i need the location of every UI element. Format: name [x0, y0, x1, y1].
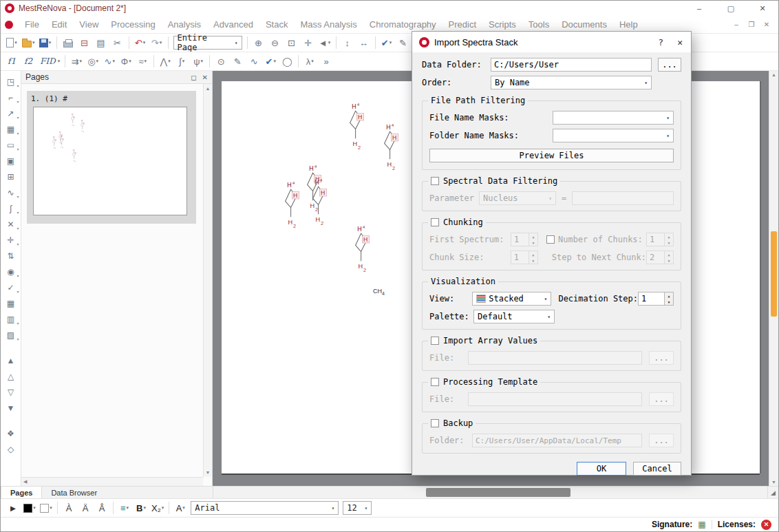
processing-template-browse-button[interactable]: ...: [649, 392, 674, 406]
select-cursor-icon[interactable]: ►: [6, 500, 21, 515]
more-row2-chevron[interactable]: »: [319, 54, 334, 69]
peak-picking-icon[interactable]: ⋀▾: [158, 54, 173, 69]
molecule-tool-icon[interactable]: ❖: [2, 425, 20, 441]
chunking-checkbox[interactable]: [431, 218, 439, 226]
previous-zoom-icon[interactable]: ◄▾: [317, 35, 332, 50]
spin-down-icon[interactable]: ▼: [529, 257, 537, 264]
document-vertical-scrollbar[interactable]: ▲ ▼: [769, 71, 778, 486]
crop-tool-icon[interactable]: ⊞: [2, 169, 20, 184]
scroll-up-icon[interactable]: ▲: [206, 86, 211, 91]
annotate-icon[interactable]: ✎: [230, 54, 245, 69]
import-array-values-checkbox[interactable]: [431, 337, 439, 345]
menu-tools[interactable]: Tools: [522, 19, 555, 30]
number-of-chunks-checkbox[interactable]: [546, 235, 555, 244]
tab-data-browser[interactable]: Data Browser: [42, 487, 106, 498]
dialog-help-button[interactable]: ?: [658, 37, 663, 47]
move-top-icon[interactable]: ▲: [2, 352, 20, 368]
palette-combo[interactable]: Default▾: [473, 310, 555, 323]
backup-checkbox[interactable]: [431, 419, 439, 427]
parameter-value-input[interactable]: [572, 191, 674, 205]
phase-correction-icon[interactable]: Φ▾: [118, 54, 134, 69]
pan-icon[interactable]: ✛: [301, 35, 316, 50]
print-icon[interactable]: [61, 35, 76, 50]
spin-down-icon[interactable]: ▼: [665, 240, 673, 246]
menu-predict[interactable]: Predict: [442, 19, 482, 30]
molecule-structure[interactable]: H4HH2: [282, 179, 309, 233]
cut-icon[interactable]: ✂: [110, 35, 125, 50]
char-spacing-icon[interactable]: À: [61, 500, 76, 515]
zoom-edit-icon[interactable]: ⊙: [213, 54, 228, 69]
horizontal-scroll-handle[interactable]: [426, 488, 570, 497]
menu-scripts[interactable]: Scripts: [482, 19, 522, 30]
menu-chromatography[interactable]: Chromatography: [363, 19, 442, 30]
box-3d-tool-icon[interactable]: ◇: [2, 441, 20, 457]
spin-down-icon[interactable]: ▼: [529, 240, 537, 246]
undo-icon[interactable]: ↶▾: [133, 35, 148, 50]
char-subscript-icon[interactable]: Â: [94, 500, 109, 515]
mdi-close-button[interactable]: ✕: [759, 19, 774, 31]
data-folder-input[interactable]: C:/Users/User: [491, 58, 652, 72]
scroll-down-icon[interactable]: ▼: [769, 480, 778, 485]
alignment-icon[interactable]: ≡▾: [117, 500, 132, 515]
parameter-combo[interactable]: Nucleus▾: [479, 191, 556, 205]
signature-icon[interactable]: ▦: [698, 520, 705, 529]
float-panel-button[interactable]: ◻: [191, 74, 196, 81]
circle-icon[interactable]: ◯: [279, 54, 295, 69]
open-icon[interactable]: ▾: [21, 35, 36, 50]
verify-tool-icon[interactable]: ✓▾: [2, 279, 20, 295]
layout-tool-icon[interactable]: ▥▾: [2, 311, 20, 327]
move-up-icon[interactable]: △: [2, 368, 20, 384]
first-spectrum-spinner[interactable]: 1 ▲▼: [511, 233, 538, 246]
scroll-up-icon[interactable]: ▲: [769, 72, 778, 77]
close-panel-button[interactable]: ✕: [202, 74, 208, 81]
menu-analysis[interactable]: Analysis: [162, 19, 207, 30]
zoom-region-icon[interactable]: ⊡: [284, 35, 299, 50]
menu-edit[interactable]: Edit: [45, 19, 73, 30]
molecule-structure[interactable]: H4HH2: [347, 100, 374, 154]
menu-help[interactable]: Help: [613, 19, 644, 30]
menu-documents[interactable]: Documents: [555, 19, 613, 30]
menu-file[interactable]: File: [19, 19, 45, 30]
pages-panel-scrollbar[interactable]: ▲ ▼: [203, 84, 212, 477]
reorder-tool-icon[interactable]: ⇅: [2, 248, 20, 264]
data-folder-browse-button[interactable]: ...: [658, 58, 681, 72]
predict-icon[interactable]: λ▾: [302, 54, 317, 69]
processing-template-file-input[interactable]: [468, 392, 642, 406]
f2-button[interactable]: f2: [21, 54, 36, 69]
maximize-button[interactable]: ▢: [715, 1, 747, 16]
menu-view[interactable]: View: [73, 19, 105, 30]
spin-up-icon[interactable]: ▲: [529, 251, 537, 257]
copy-page-icon[interactable]: ▤: [94, 35, 109, 50]
page-corner-icon[interactable]: ◢: [767, 487, 778, 498]
wave-icon[interactable]: ∿: [246, 54, 262, 69]
spin-down-icon[interactable]: ▼: [665, 257, 673, 264]
scroll-left-icon[interactable]: ◀: [23, 479, 27, 485]
zoom-in-icon[interactable]: ⊕: [251, 35, 266, 50]
array-values-file-input[interactable]: [468, 351, 642, 365]
mdi-minimize-button[interactable]: –: [729, 19, 744, 31]
print-preview-icon[interactable]: ⊟: [77, 35, 92, 50]
molecule-structure[interactable]: H4HH2: [80, 119, 87, 136]
grid-tool-icon[interactable]: ▦▾: [2, 121, 20, 137]
molecule-structure[interactable]: H4HH2: [70, 113, 78, 129]
save-icon[interactable]: ▾: [38, 35, 53, 50]
zoom-level-combo[interactable]: Entire Page▾: [173, 36, 242, 50]
subscript-icon[interactable]: X₂▾: [150, 500, 165, 515]
order-combo[interactable]: By Name▾: [491, 76, 652, 89]
arrow-tool-icon[interactable]: ↗▾: [2, 105, 20, 121]
fid-combo[interactable]: FID▾: [37, 54, 61, 69]
frame-tool-icon[interactable]: ◳▾: [2, 74, 20, 89]
bold-icon[interactable]: B▾: [134, 500, 149, 515]
pencil-icon[interactable]: ✎: [396, 35, 411, 50]
move-down-icon[interactable]: ▽: [2, 384, 20, 400]
char-superscript-icon[interactable]: Ä: [78, 500, 93, 515]
molecule-structure[interactable]: H4HH2: [52, 136, 59, 152]
menu-mass-analysis[interactable]: Mass Analysis: [294, 19, 363, 30]
file-name-masks-combo[interactable]: ▾: [553, 111, 674, 125]
new-document-icon[interactable]: ▾: [4, 35, 19, 50]
processing-template-checkbox[interactable]: [431, 378, 439, 386]
number-of-chunks-spinner[interactable]: 1 ▲▼: [646, 233, 674, 246]
table-tool-icon[interactable]: ▦: [2, 295, 20, 311]
mdi-restore-button[interactable]: ❐: [744, 19, 759, 31]
molecule-structure[interactable]: H4HH2: [59, 135, 67, 151]
